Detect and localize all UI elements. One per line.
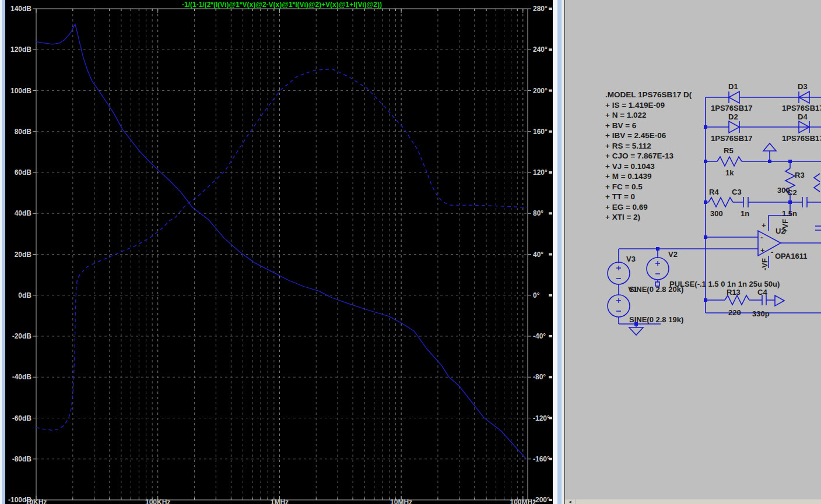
y-axis-left-tick-label: 80dB — [15, 128, 32, 136]
schematic-label[interactable]: C4 — [757, 288, 767, 297]
tick-window-edge — [549, 376, 552, 378]
schematic-editor[interactable]: D11PS76SB17D31PS76SB17D21PS76SB17D41PS76… — [553, 0, 821, 504]
schematic-label[interactable]: - — [760, 233, 763, 242]
schematic-label[interactable]: + — [760, 246, 765, 255]
schematic-label[interactable]: D1 — [728, 82, 738, 91]
phase-curve — [36, 69, 528, 431]
y-axis-right-tick-label: 0° — [533, 291, 540, 299]
spice-model-line[interactable]: + M = 0.1439 — [605, 172, 652, 181]
tick-window-edge — [549, 90, 552, 92]
y-axis-left-tick-label: -80dB — [12, 455, 32, 463]
y-axis-right-tick-label: 280° — [533, 5, 548, 13]
y-axis-right-tick-label: -40° — [533, 332, 546, 340]
x-axis-tick-label: 1MHz — [271, 498, 289, 504]
y-axis-right-tick-label: -80° — [533, 373, 546, 381]
spice-model-line[interactable]: + N = 1.022 — [605, 111, 647, 119]
schematic-label[interactable]: SINE(0 2.8 19k) — [629, 315, 683, 324]
spice-model-line[interactable]: + BV = 6 — [605, 121, 637, 130]
tick-window-edge — [549, 131, 552, 133]
spice-model-line[interactable]: + FC = 0.5 — [605, 182, 643, 191]
schematic-label[interactable]: R13 — [727, 288, 741, 297]
pane-divider-scrollbar[interactable] — [557, 0, 562, 504]
schematic-label[interactable]: 1n — [741, 209, 749, 218]
schematic-label[interactable]: 1PS76SB17 — [711, 134, 753, 143]
spice-model-line[interactable]: + RS = 5.112 — [605, 142, 651, 150]
y-axis-left-tick-label: 60dB — [15, 168, 32, 177]
pane-divider-outer — [553, 0, 557, 504]
schematic-label[interactable]: 220 — [728, 308, 741, 317]
tick-window-edge — [549, 8, 552, 10]
y-axis-left-tick-label: 140dB — [10, 5, 31, 13]
y-axis-right-tick-label: 160° — [533, 128, 548, 136]
spice-model-line[interactable]: + VJ = 0.1043 — [605, 162, 655, 171]
schematic-label[interactable]: + — [762, 221, 766, 230]
horizontal-scrollbar[interactable]: ◂ — [565, 499, 821, 504]
y-axis-left-tick-label: -20dB — [12, 332, 32, 340]
schematic-label[interactable]: -VF — [760, 258, 769, 270]
schematic-label[interactable]: 1PS76SB17 — [782, 134, 821, 143]
x-axis-tick-label: 10MHz — [390, 498, 412, 504]
schematic-label[interactable]: D4 — [798, 112, 808, 121]
window-border-left — [2, 0, 5, 504]
tick-window-edge — [549, 253, 552, 256]
waveform-plot[interactable]: 140dB280°120dB240°100dB200°80dB160°60dB1… — [0, 0, 553, 504]
y-axis-right-tick-label: 240° — [533, 45, 548, 54]
schematic-label[interactable]: +VF — [781, 219, 790, 233]
y-axis-left-tick-label: -60dB — [12, 414, 32, 422]
y-axis-left-tick-label: 120dB — [10, 45, 31, 54]
spice-model-line[interactable]: + TT = 0 — [605, 192, 635, 201]
tick-window-edge — [549, 335, 552, 337]
spice-model-line[interactable]: + EG = 0.69 — [605, 203, 648, 212]
schematic-label[interactable]: D3 — [798, 82, 808, 91]
y-axis-left-tick-label: 100dB — [10, 87, 31, 95]
y-axis-right-tick-label: 80° — [533, 209, 543, 217]
schematic-label[interactable]: R5 — [724, 146, 734, 155]
schematic-label[interactable]: 1PS76SB17 — [711, 104, 753, 112]
tick-window-edge — [549, 171, 552, 174]
schematic-label[interactable]: 300 — [710, 209, 723, 218]
schematic-label[interactable]: V3 — [626, 255, 636, 263]
spice-model-line[interactable]: + IBV = 2.45E-06 — [605, 131, 666, 140]
schematic-label[interactable]: 1k — [725, 168, 734, 177]
scroll-left-button[interactable]: ◂ — [565, 499, 576, 504]
schematic-label[interactable]: D2 — [728, 112, 738, 121]
tick-window-edge — [549, 212, 552, 214]
y-axis-right-tick-label: -120° — [533, 414, 550, 422]
ltspice-window: 140dB280°120dB240°100dB200°80dB160°60dB1… — [0, 0, 821, 504]
y-axis-left-tick-label: -40dB — [12, 373, 32, 381]
tick-window-edge — [549, 294, 552, 297]
schematic-label[interactable]: R4 — [709, 188, 719, 196]
schematic-label[interactable]: OPA1611 — [775, 252, 807, 260]
window-border-left-outer — [0, 0, 2, 504]
spice-model-line[interactable]: + IS = 1.419E-09 — [605, 101, 665, 110]
y-axis-right-tick-label: 120° — [533, 168, 548, 177]
x-axis-tick-label: 100MHz — [510, 498, 536, 504]
plot-title-expression: -1/(1-1/(2*(I(Vi)@1*V(x)@2-V(x)@1*I(Vi)@… — [36, 1, 528, 9]
schematic-label[interactable]: V2 — [668, 250, 678, 259]
tick-window-edge — [549, 48, 552, 51]
spice-model-line[interactable]: + CJO = 7.867E-13 — [605, 151, 674, 160]
y-axis-right-tick-label: 200° — [533, 87, 548, 95]
schematic-label[interactable]: C2 — [787, 188, 797, 197]
schematic-label[interactable]: 330p — [752, 309, 770, 318]
schematic-label[interactable]: C3 — [732, 188, 742, 196]
x-axis-tick-label: 100KHz — [145, 498, 170, 504]
y-axis-left-tick-label: 40dB — [15, 209, 32, 217]
y-axis-left-tick-label: 0dB — [18, 291, 31, 299]
pane-divider-inner — [562, 0, 564, 504]
scroll-left-arrow-icon: ◂ — [569, 499, 571, 504]
schematic-label[interactable]: R3 — [795, 171, 805, 179]
spice-model-line[interactable]: .MODEL 1PS76SB17 D( — [605, 90, 692, 99]
y-axis-left-tick-label: 20dB — [15, 251, 32, 259]
schematic-label[interactable]: 1PS76SB17 — [782, 104, 821, 112]
spice-model-line[interactable]: + XTI = 2) — [605, 213, 640, 221]
y-axis-right-tick-label: -160° — [533, 455, 550, 463]
schematic-label[interactable]: 1.5n — [782, 209, 797, 218]
y-axis-right-tick-label: 40° — [533, 251, 543, 259]
pane-divider-line — [564, 0, 565, 504]
schematic-label[interactable]: PULSE(-.1 1.5 0 1n 1n 25u 50u) — [669, 280, 780, 288]
schematic-label[interactable]: - — [771, 248, 773, 256]
